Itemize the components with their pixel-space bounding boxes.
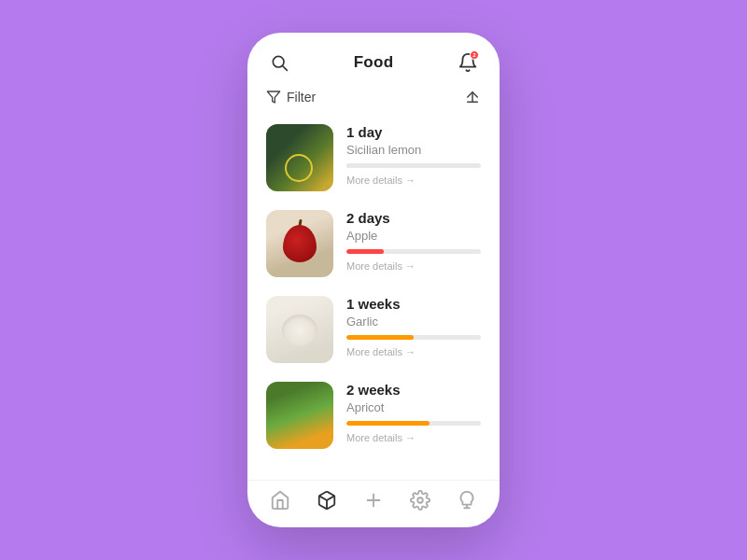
nav-settings[interactable]	[410, 490, 430, 511]
svg-line-1	[283, 66, 288, 71]
more-details-button[interactable]: More details →	[346, 260, 481, 272]
food-name: Apple	[346, 229, 481, 243]
food-info-apple: 2 days Apple More details →	[346, 210, 481, 272]
more-details-button[interactable]: More details →	[346, 432, 481, 443]
food-name: Apricot	[346, 400, 481, 414]
progress-bar-wrap	[346, 335, 481, 340]
progress-bar-fill	[346, 163, 367, 168]
list-item[interactable]: 2 days Apple More details →	[247, 201, 500, 287]
settings-icon	[410, 490, 430, 511]
progress-bar-fill	[346, 249, 384, 254]
food-info-lemon: 1 day Sicilian lemon More details →	[346, 124, 481, 186]
plus-icon	[363, 490, 384, 511]
food-image-lemon	[266, 124, 333, 191]
nav-box[interactable]	[317, 490, 337, 511]
sort-icon	[464, 89, 481, 105]
page-title: Food	[354, 53, 394, 72]
food-time: 2 weeks	[346, 382, 481, 398]
food-name: Garlic	[346, 315, 481, 329]
lightbulb-icon	[457, 490, 477, 511]
filter-icon	[266, 90, 281, 105]
progress-bar-fill	[346, 335, 414, 340]
nav-add[interactable]	[363, 490, 384, 511]
filter-label: Filter	[287, 90, 316, 105]
list-item[interactable]: 1 weeks Garlic More details →	[247, 287, 500, 372]
food-name: Sicilian lemon	[346, 143, 481, 157]
progress-bar-wrap	[346, 249, 481, 254]
header: Food 2	[247, 33, 500, 85]
search-button[interactable]	[266, 49, 292, 76]
svg-marker-2	[267, 91, 279, 103]
food-time: 1 weeks	[346, 296, 481, 312]
home-icon	[270, 490, 290, 511]
phone-frame: Food 2 Filter	[247, 33, 500, 527]
food-info-apricot: 2 weeks Apricot More details →	[346, 382, 481, 443]
svg-point-8	[417, 497, 423, 503]
food-list: 1 day Sicilian lemon More details → 2 da…	[247, 115, 500, 480]
notifications-button[interactable]: 2	[455, 49, 481, 76]
food-image-garlic	[266, 296, 333, 363]
progress-bar-wrap	[346, 163, 481, 168]
food-info-garlic: 1 weeks Garlic More details →	[346, 296, 481, 357]
nav-home[interactable]	[270, 490, 290, 511]
progress-bar-wrap	[346, 421, 481, 426]
list-item[interactable]: 2 weeks Apricot More details →	[247, 372, 500, 458]
more-details-button[interactable]: More details →	[346, 346, 481, 357]
progress-bar-fill	[346, 421, 430, 426]
food-time: 2 days	[346, 210, 481, 226]
search-icon	[270, 53, 289, 72]
nav-idea[interactable]	[457, 490, 477, 511]
list-item[interactable]: 1 day Sicilian lemon More details →	[247, 115, 500, 201]
box-icon	[317, 490, 337, 511]
food-image-apple	[266, 210, 333, 277]
bottom-nav	[247, 480, 500, 527]
more-details-button[interactable]: More details →	[346, 175, 481, 186]
food-image-apricot	[266, 382, 333, 449]
sort-button[interactable]	[464, 89, 481, 105]
filter-bar: Filter	[247, 85, 500, 115]
food-time: 1 day	[346, 124, 481, 140]
filter-button[interactable]: Filter	[266, 90, 316, 105]
notification-badge: 2	[470, 50, 479, 60]
